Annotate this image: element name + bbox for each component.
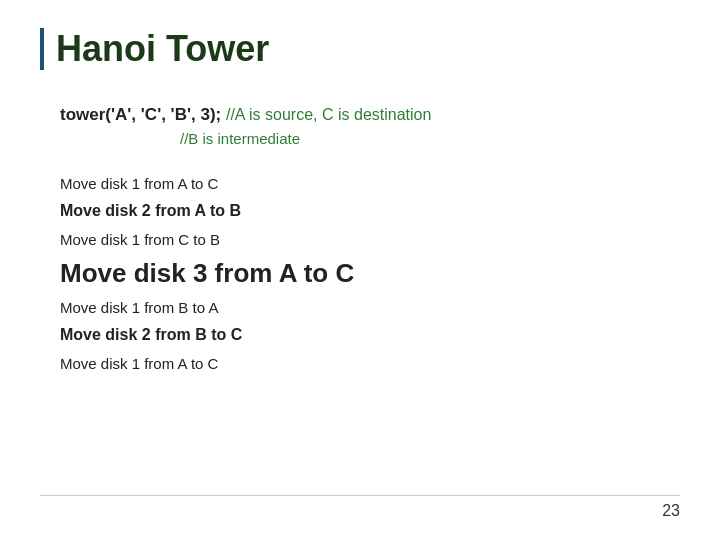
slide-container: Hanoi Tower tower('A', 'C', 'B', 3); //A… <box>0 0 720 540</box>
title-bar: Hanoi Tower <box>40 28 680 70</box>
code-section: tower('A', 'C', 'B', 3); //A is source, … <box>40 102 680 150</box>
move-line-5: Move disk 1 from B to A <box>60 294 680 321</box>
moves-section: Move disk 1 from A to C Move disk 2 from… <box>40 170 680 377</box>
slide-divider <box>40 495 680 496</box>
move-line-7: Move disk 1 from A to C <box>60 350 680 377</box>
code-comment-line-2: //B is intermediate <box>60 128 680 151</box>
slide-title: Hanoi Tower <box>56 28 269 69</box>
page-number: 23 <box>662 502 680 520</box>
move-line-2: Move disk 2 from A to B <box>60 197 680 226</box>
move-line-1: Move disk 1 from A to C <box>60 170 680 197</box>
move-line-4: Move disk 3 from A to C <box>60 253 680 295</box>
code-text: tower('A', 'C', 'B', 3); <box>60 105 221 124</box>
move-line-6: Move disk 2 from B to C <box>60 321 680 350</box>
move-line-3: Move disk 1 from C to B <box>60 226 680 253</box>
code-line-1: tower('A', 'C', 'B', 3); //A is source, … <box>60 102 680 128</box>
code-comment-1: //A is source, C is destination <box>226 106 431 123</box>
